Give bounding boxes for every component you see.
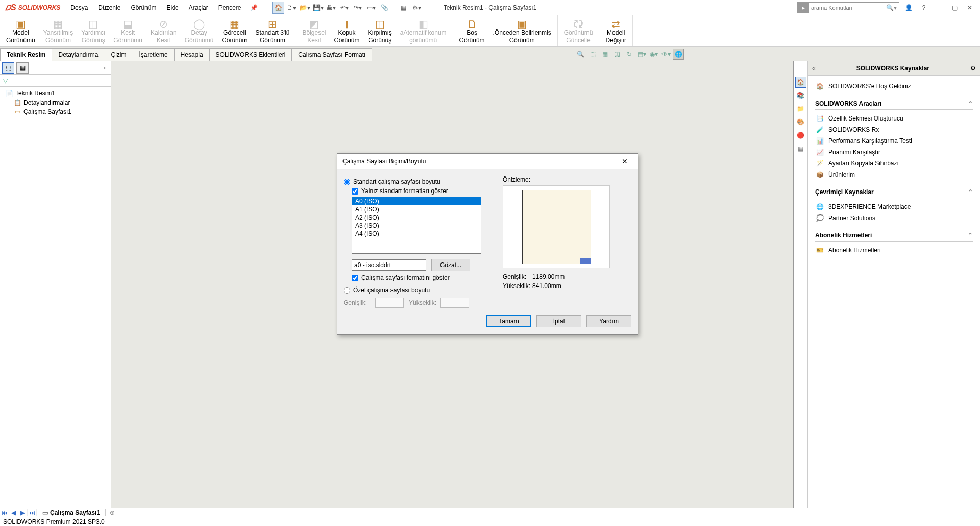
minimize-button[interactable]: — xyxy=(933,2,945,14)
radio-standard-input[interactable] xyxy=(344,179,350,185)
task-pane-gear-icon[interactable]: ⚙ xyxy=(970,65,976,72)
size-option-a4[interactable]: A4 (ISO) xyxy=(352,230,481,238)
cancel-button[interactable]: İptal xyxy=(536,315,581,327)
edit-sheet-icon[interactable]: 🌐 xyxy=(673,49,684,60)
help-button[interactable]: Yardım xyxy=(586,315,631,327)
tab-annotation[interactable]: Detaylandırma xyxy=(52,48,105,61)
tree-root[interactable]: 📄 Teknik Resim1 xyxy=(3,89,108,98)
panel-expand-icon[interactable]: › xyxy=(101,64,109,71)
ribbon-blank-view[interactable]: 🗋Boş Görünüm xyxy=(455,16,489,45)
section-online-header[interactable]: Çevrimiçi Kaynaklar ⌃ xyxy=(815,188,973,198)
file-explorer-tab-icon[interactable]: 📁 xyxy=(795,103,806,114)
ribbon-predefined-view[interactable]: ▣.Önceden Belirlenmiş Görünüm xyxy=(489,16,555,45)
custom-props-tab-icon[interactable]: ▦ xyxy=(795,143,806,154)
search-input[interactable] xyxy=(809,5,884,11)
property-tab[interactable]: ▦ xyxy=(16,62,29,74)
wireframe-icon[interactable]: ▦ xyxy=(599,49,610,60)
previous-view-icon[interactable]: 🕮 xyxy=(611,49,623,60)
login-button[interactable]: 👤 xyxy=(902,2,915,14)
link-partner[interactable]: 💭Partner Solutions xyxy=(815,212,973,224)
link-property-tab[interactable]: 📑Özellik Sekmesi Oluşturucu xyxy=(815,113,973,124)
resources-tab-icon[interactable]: 🏠 xyxy=(795,77,806,88)
tree-sheet1[interactable]: ▭ Çalışma Sayfası1 xyxy=(3,107,108,116)
size-option-a1[interactable]: A1 (ISO) xyxy=(352,205,481,213)
design-library-tab-icon[interactable]: 📚 xyxy=(795,90,806,101)
zoom-fit-icon[interactable]: 🔍 xyxy=(575,49,586,60)
ribbon-replace-model[interactable]: ⇄Modeli Değiştir xyxy=(601,16,630,45)
section-subscription-header[interactable]: Abonelik Hizmetleri ⌃ xyxy=(815,232,973,242)
maximize-button[interactable]: ▢ xyxy=(948,2,961,14)
size-option-a2[interactable]: A2 (ISO) xyxy=(352,213,481,222)
radio-standard-size[interactable]: Standart çalışma sayfası boyutu xyxy=(344,178,497,185)
tab-addins[interactable]: SOLIDWORKS Eklentileri xyxy=(209,48,292,61)
print-button[interactable]: 🖶▾ xyxy=(325,2,337,14)
link-my-products[interactable]: 📦Ürünlerim xyxy=(815,169,973,180)
options-button[interactable]: ⚙▾ xyxy=(410,2,423,14)
menu-edit[interactable]: Düzenle xyxy=(93,1,126,14)
save-button[interactable]: 💾▾ xyxy=(312,2,324,14)
view-palette-tab-icon[interactable]: 🎨 xyxy=(795,116,806,128)
tab-sketch[interactable]: Çizim xyxy=(105,48,133,61)
home-button[interactable]: 🏠 xyxy=(272,2,284,14)
pin-icon[interactable]: 📌 xyxy=(246,1,262,14)
tab-markup[interactable]: İşaretleme xyxy=(133,48,175,61)
tree-annotations[interactable]: 📋 Detaylandırmalar xyxy=(3,98,108,107)
link-benchmark[interactable]: 📊Performans Karşılaştırma Testi xyxy=(815,135,973,147)
undo-button[interactable]: ↶▾ xyxy=(338,2,351,14)
section-tools-header[interactable]: SOLIDWORKS Araçları ⌃ xyxy=(815,100,973,110)
tab-sheet-format[interactable]: Çalışma Sayfası Formatı xyxy=(291,48,372,61)
menu-insert[interactable]: Ekle xyxy=(161,1,183,14)
tab-drawing[interactable]: Teknik Resim xyxy=(0,48,52,61)
rotate-icon[interactable]: ↻ xyxy=(624,49,635,60)
link-subscription[interactable]: 🎫Abonelik Hizmetleri xyxy=(815,245,973,256)
size-option-a0[interactable]: A0 (ISO) xyxy=(352,197,481,205)
ribbon-break-view[interactable]: ⫿Kopuk Görünüm xyxy=(330,16,363,45)
menu-tools[interactable]: Araçlar xyxy=(184,1,213,14)
format-file-input[interactable] xyxy=(352,259,426,271)
zoom-area-icon[interactable]: ⬚ xyxy=(587,49,598,60)
link-3dexp[interactable]: 🌐3DEXPERIENCE Marketplace xyxy=(815,201,973,212)
redo-button[interactable]: ↷▾ xyxy=(352,2,364,14)
search-box[interactable]: ▸ 🔍▾ xyxy=(797,2,899,13)
dialog-close-button[interactable]: ✕ xyxy=(617,157,632,165)
display-style-icon[interactable]: ◉▾ xyxy=(648,49,659,60)
link-copy-settings[interactable]: 🪄Ayarları Kopyala Sihirbazı xyxy=(815,158,973,169)
link-rx[interactable]: 🧪SOLIDWORKS Rx xyxy=(815,124,973,135)
new-button[interactable]: 🗋▾ xyxy=(285,2,298,14)
check-only-standard-input[interactable] xyxy=(352,188,358,195)
radio-custom-size[interactable]: Özel çalışma sayfası boyutu xyxy=(344,286,497,294)
search-magnify-icon[interactable]: 🔍▾ xyxy=(884,4,899,11)
ribbon-relative-view[interactable]: ▦Göreceli Görünüm xyxy=(217,16,251,45)
close-button[interactable]: ✕ xyxy=(964,2,976,14)
sheet-last-icon[interactable]: ⏭ xyxy=(28,509,37,516)
sheet-prev-icon[interactable]: ◀ xyxy=(9,509,18,516)
open-button[interactable]: 📂▾ xyxy=(299,2,311,14)
section-icon[interactable]: ▤▾ xyxy=(636,49,647,60)
menu-file[interactable]: Dosya xyxy=(65,1,93,14)
size-listbox[interactable]: A0 (ISO) A1 (ISO) A2 (ISO) A3 (ISO) A4 (… xyxy=(352,197,481,254)
ribbon-model-view[interactable]: ▣Model Görünümü xyxy=(2,16,39,45)
sheet-tab-1[interactable]: ▭ Çalışma Sayfası1 xyxy=(37,509,106,516)
appearances-tab-icon[interactable]: 🔴 xyxy=(795,130,806,141)
sheet-next-icon[interactable]: ▶ xyxy=(18,509,28,516)
ribbon-crop-view[interactable]: ◫Kırpılmış Görünüş xyxy=(364,16,396,45)
radio-custom-input[interactable] xyxy=(344,287,350,294)
help-button[interactable]: ? xyxy=(918,2,930,14)
add-sheet-icon[interactable]: ⊕ xyxy=(106,509,119,516)
size-option-a3[interactable]: A3 (ISO) xyxy=(352,222,481,230)
filter-bar[interactable]: ▽ xyxy=(0,75,111,87)
tab-evaluate[interactable]: Hesapla xyxy=(174,48,210,61)
rebuild-button[interactable]: ▦ xyxy=(397,2,409,14)
menu-view[interactable]: Görünüm xyxy=(126,1,161,14)
hide-show-icon[interactable]: 👁▾ xyxy=(660,49,672,60)
link-compare-score[interactable]: 📈Puanımı Karşılaştır xyxy=(815,147,973,158)
ok-button[interactable]: Tamam xyxy=(486,315,531,327)
feature-tree-tab[interactable]: ⬚ xyxy=(2,62,14,74)
menu-window[interactable]: Pencere xyxy=(213,1,247,14)
check-only-standard[interactable]: Yalnız standart formatları göster xyxy=(352,187,497,195)
select-button[interactable]: ▭▾ xyxy=(365,2,377,14)
check-show-format-input[interactable] xyxy=(352,275,358,281)
attach-button[interactable]: 📎 xyxy=(378,2,390,14)
sheet-first-icon[interactable]: ⏮ xyxy=(0,509,9,516)
check-show-format[interactable]: Çalışma sayfası formatını göster xyxy=(352,274,497,281)
